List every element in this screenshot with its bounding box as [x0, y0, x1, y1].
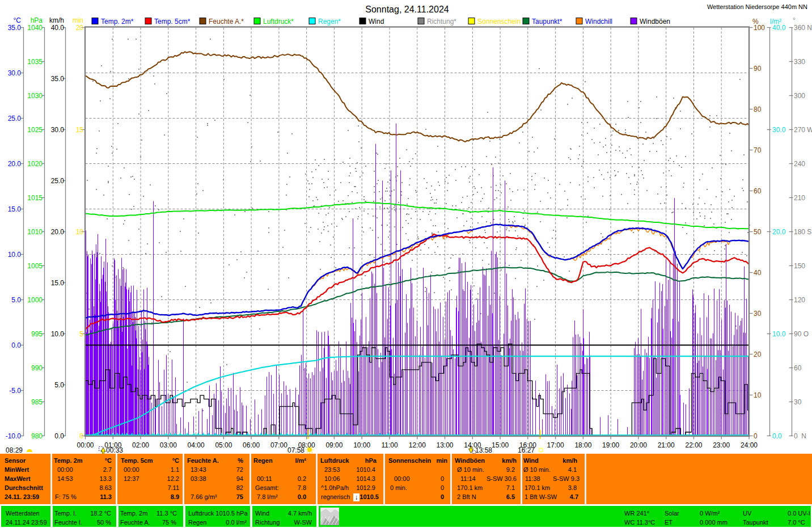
svg-text:270 W: 270 W	[794, 126, 812, 134]
svg-text:21:00: 21:00	[658, 441, 675, 449]
svg-text:150: 150	[794, 262, 805, 270]
svg-text:09:00: 09:00	[325, 441, 342, 449]
svg-text:995: 995	[31, 330, 43, 338]
svg-text:30.0: 30.0	[772, 126, 786, 134]
svg-text:90: 90	[754, 65, 762, 73]
svg-text:1000: 1000	[27, 296, 43, 304]
svg-text:60: 60	[754, 187, 762, 195]
svg-text:10: 10	[76, 228, 84, 236]
svg-text:15: 15	[76, 126, 84, 134]
svg-text:5.0: 5.0	[11, 296, 21, 304]
svg-text:985: 985	[31, 398, 43, 406]
svg-text:35.0: 35.0	[8, 24, 22, 32]
svg-text:15.0: 15.0	[51, 279, 65, 287]
svg-text:0: 0	[754, 432, 758, 440]
svg-text:100: 100	[754, 24, 765, 32]
svg-text:07:00: 07:00	[270, 441, 287, 449]
svg-text:20.0: 20.0	[8, 160, 22, 168]
svg-text:20.0: 20.0	[772, 228, 786, 236]
svg-text:5.0: 5.0	[54, 381, 64, 389]
svg-text:25.0: 25.0	[51, 177, 65, 185]
svg-text:300: 300	[794, 92, 805, 100]
svg-text:Sonnenschein: Sonnenschein	[477, 18, 521, 26]
svg-text:25.0: 25.0	[8, 115, 22, 123]
svg-text:15.0: 15.0	[8, 205, 22, 213]
svg-text:20:00: 20:00	[630, 441, 647, 449]
svg-text:5: 5	[79, 330, 83, 338]
svg-text:30: 30	[754, 310, 762, 318]
svg-text:90 O: 90 O	[794, 330, 809, 338]
svg-text:22:00: 22:00	[685, 441, 702, 449]
svg-text:Temp. 2m*: Temp. 2m*	[101, 18, 134, 26]
svg-text:60: 60	[794, 364, 802, 372]
svg-text:1005: 1005	[27, 262, 43, 270]
svg-text:16:27: 16:27	[518, 446, 535, 454]
svg-text:360 N: 360 N	[794, 24, 812, 32]
svg-text:-5.0: -5.0	[9, 387, 21, 395]
svg-text:00:33: 00:33	[106, 446, 123, 454]
svg-text:0 N: 0 N	[794, 432, 806, 440]
svg-text:10:00: 10:00	[353, 441, 370, 449]
svg-text:1040: 1040	[27, 24, 43, 32]
svg-text:17:00: 17:00	[547, 441, 564, 449]
svg-text:Richtung*: Richtung*	[427, 18, 456, 26]
svg-text:40.0: 40.0	[772, 24, 786, 32]
svg-text:980: 980	[31, 432, 43, 440]
svg-text:180 S: 180 S	[794, 228, 811, 236]
svg-text:10.0: 10.0	[772, 330, 786, 338]
svg-text:00:00: 00:00	[77, 441, 94, 449]
svg-text:Wind: Wind	[369, 18, 384, 26]
svg-text:0.0: 0.0	[11, 341, 21, 349]
svg-text:23:00: 23:00	[713, 441, 730, 449]
svg-text:20: 20	[754, 350, 762, 358]
svg-text:10.0: 10.0	[51, 330, 65, 338]
svg-text:07:58: 07:58	[287, 446, 304, 454]
svg-text:Windchill: Windchill	[585, 18, 612, 26]
svg-text:Windböen: Windböen	[640, 18, 670, 26]
svg-text:Temp. 5cm*: Temp. 5cm*	[154, 18, 191, 26]
svg-text:05:00: 05:00	[215, 441, 232, 449]
svg-text:02:00: 02:00	[132, 441, 149, 449]
svg-text:80: 80	[754, 105, 762, 113]
svg-text:06:00: 06:00	[243, 441, 260, 449]
svg-text:20: 20	[76, 24, 84, 32]
svg-text:0.0: 0.0	[54, 432, 64, 440]
svg-text:1035: 1035	[27, 58, 43, 66]
svg-text:-10.0: -10.0	[6, 432, 22, 440]
svg-text:30.0: 30.0	[8, 69, 22, 77]
svg-text:1010: 1010	[27, 228, 43, 236]
svg-text:03:00: 03:00	[160, 441, 177, 449]
svg-text:Luftdruck*: Luftdruck*	[263, 18, 294, 26]
svg-text:30.0: 30.0	[51, 126, 65, 134]
svg-text:08:29: 08:29	[6, 446, 23, 454]
svg-text:240: 240	[794, 160, 805, 168]
svg-text:40: 40	[754, 269, 762, 277]
svg-text:Sonntag, 24.11.2024: Sonntag, 24.11.2024	[365, 5, 449, 14]
svg-text:50: 50	[754, 228, 762, 236]
svg-text:40.0: 40.0	[51, 24, 65, 32]
svg-text:70: 70	[754, 146, 762, 154]
svg-text:10: 10	[754, 391, 762, 399]
svg-text:0.0: 0.0	[772, 432, 782, 440]
svg-text:04:00: 04:00	[188, 441, 205, 449]
svg-text:1015: 1015	[27, 194, 43, 202]
svg-text:Taupunkt*: Taupunkt*	[532, 18, 563, 26]
svg-text:330: 330	[794, 58, 805, 66]
svg-text:1030: 1030	[27, 92, 43, 100]
svg-text:Feuchte A.*: Feuchte A.*	[209, 18, 244, 26]
svg-text:210: 210	[794, 194, 805, 202]
svg-text:24:00: 24:00	[741, 441, 758, 449]
svg-text:1020: 1020	[27, 160, 43, 168]
svg-text:18:00: 18:00	[574, 441, 591, 449]
svg-text:15:00: 15:00	[492, 441, 509, 449]
svg-text:12:00: 12:00	[409, 441, 426, 449]
svg-text:20.0: 20.0	[51, 228, 65, 236]
svg-text:11:00: 11:00	[381, 441, 397, 449]
svg-text:120: 120	[794, 296, 805, 304]
svg-text:10.0: 10.0	[8, 251, 22, 259]
svg-text:0: 0	[79, 432, 83, 440]
svg-text:990: 990	[31, 364, 43, 372]
svg-text:1025: 1025	[27, 126, 43, 134]
svg-text:13:58: 13:58	[475, 446, 492, 454]
svg-text:19:00: 19:00	[602, 441, 619, 449]
